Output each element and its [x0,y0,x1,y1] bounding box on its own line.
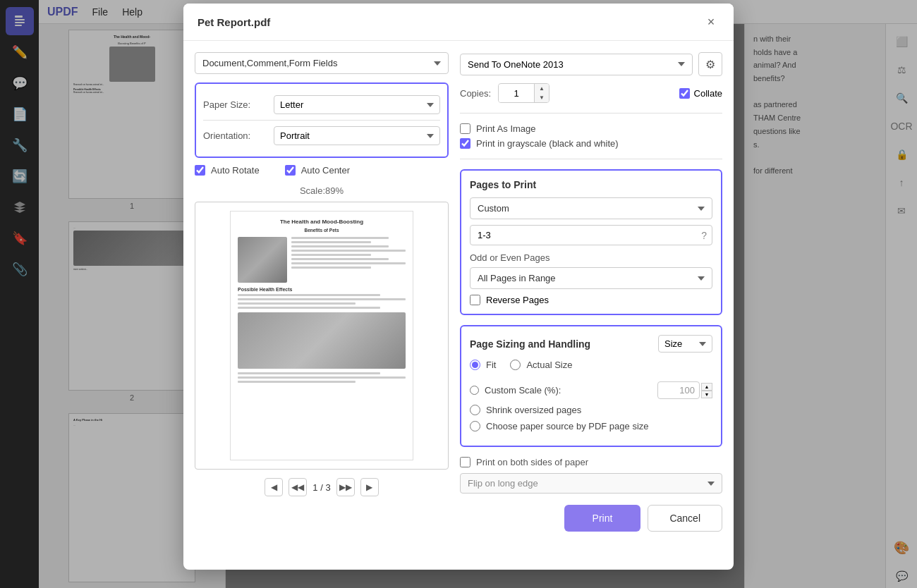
paper-size-select[interactable]: Letter A4 Legal [274,95,440,114]
preview-title: The Health and Mood-Boosting [238,219,406,225]
modal-overlay: Pet Report.pdf × Document,Comment,Form F… [0,0,917,588]
copies-label: Copies: [460,88,491,99]
orientation-label: Orientation: [203,130,274,141]
nav-first-button[interactable]: ◀ [265,478,283,496]
shrink-radio[interactable] [470,405,480,415]
copies-input[interactable] [499,85,534,102]
page-sizing-box: Page Sizing and Handling Size Fit Shrink… [460,325,722,447]
paper-size-label: Paper Size: [203,99,274,110]
auto-center-checkbox[interactable] [285,165,296,176]
copies-down-button[interactable]: ▼ [535,93,549,102]
divider-1 [460,113,722,114]
dialog-left-column: Document,Comment,Form Fields Document Do… [195,52,449,558]
copies-arrows: ▲ ▼ [534,84,549,102]
print-grayscale-label: Print in grayscale (black and white) [476,138,619,149]
choose-paper-radio[interactable] [470,421,480,431]
fit-radio[interactable] [470,360,480,370]
preview-body-lines [238,294,406,309]
sizing-select[interactable]: Size Fit Shrink Multiple [658,335,712,353]
page-navigation: ◀ ◀◀ 1 / 3 ▶▶ ▶ [195,478,449,496]
print-both-sides-label: Print on both sides of paper [476,457,588,467]
orientation-select[interactable]: Portrait Landscape [274,126,440,145]
custom-scale-radio[interactable] [470,386,479,395]
shrink-label: Shrink oversized pages [486,405,581,415]
nav-last-button[interactable]: ▶ [360,478,379,496]
divider-2 [460,159,722,159]
auto-rotate-label: Auto Rotate [211,165,260,176]
fit-label: Fit [486,360,496,370]
pages-custom-dropdown[interactable]: Custom All Pages Current Page Odd Pages … [470,197,712,219]
custom-scale-input[interactable] [657,381,700,399]
custom-scale-input-wrap: ▲ ▼ [657,381,712,399]
page-range-row: ? [470,225,712,245]
dialog-body: Document,Comment,Form Fields Document Do… [183,41,734,570]
collate-label: Collate [694,88,722,99]
print-as-image-checkbox[interactable] [460,123,470,134]
total-pages: 3 [325,482,330,493]
page-range-input[interactable] [470,225,712,245]
odd-even-label: Odd or Even Pages [470,252,712,263]
page-range-help-icon[interactable]: ? [701,230,707,241]
scale-label: Scale:89% [195,185,449,196]
reverse-pages-label: Reverse Pages [486,295,549,305]
auto-rotate-checkbox[interactable] [195,165,205,176]
preview-subtitle: Benefits of Pets [238,228,406,233]
dialog-footer: Print Cancel [460,505,722,534]
printer-select[interactable]: Send To OneNote 2013 Microsoft Print to … [460,54,693,75]
scale-arrows: ▲ ▼ [701,383,712,398]
page-indicator: 1 / 3 [312,482,330,493]
actual-size-label: Actual Size [526,360,572,370]
current-page: 1 [312,482,317,493]
cancel-button[interactable]: Cancel [648,505,722,532]
preview-dog-image [238,312,406,369]
preview-page: The Health and Mood-Boosting Benefits of… [230,211,413,460]
paper-size-row: Paper Size: Letter A4 Legal [203,91,440,118]
content-dropdown[interactable]: Document,Comment,Form Fields Document Do… [195,52,449,74]
copies-row: Copies: ▲ ▼ Collate [460,83,722,103]
preview-text-lines [291,237,406,283]
paper-section: Paper Size: Letter A4 Legal Orientation:… [195,82,449,158]
collate-wrap: Collate [679,88,722,99]
print-as-image-row: Print As Image [460,123,722,134]
print-as-image-label: Print As Image [476,123,536,134]
printer-settings-button[interactable]: ⚙ [698,52,722,76]
dialog-right-column: Send To OneNote 2013 Microsoft Print to … [460,52,722,558]
scale-down-button[interactable]: ▼ [701,391,712,398]
pages-to-print-box: Pages to Print Custom All Pages Current … [460,169,722,315]
pages-to-print-title: Pages to Print [470,179,712,190]
collate-checkbox[interactable] [679,88,690,99]
preview-container: The Health and Mood-Boosting Benefits of… [195,202,449,470]
actual-size-radio-row: Actual Size [510,360,572,370]
reverse-pages-row: Reverse Pages [470,295,712,305]
preview-body-lines-2 [238,372,406,383]
shrink-radio-row: Shrink oversized pages [470,405,712,415]
dialog-close-button[interactable]: × [703,13,719,30]
flip-edge-select[interactable]: Flip on long edge Flip on short edge [460,473,722,494]
print-both-sides-row: Print on both sides of paper [460,457,722,467]
auto-center-label: Auto Center [301,165,350,176]
odd-even-dropdown[interactable]: All Pages in Range Odd Pages Only Even P… [470,267,712,289]
copies-input-wrapper: ▲ ▼ [498,83,549,103]
print-grayscale-row: Print in grayscale (black and white) [460,138,722,149]
print-button[interactable]: Print [564,505,641,532]
preview-cat-image [238,237,287,283]
scale-up-button[interactable]: ▲ [701,383,712,391]
actual-size-radio[interactable] [510,360,521,370]
printer-row: Send To OneNote 2013 Microsoft Print to … [460,52,722,76]
print-grayscale-checkbox[interactable] [460,138,470,149]
print-dialog: Pet Report.pdf × Document,Comment,Form F… [183,4,734,570]
custom-scale-label: Custom Scale (%): [485,385,561,396]
dialog-title: Pet Report.pdf [198,16,270,28]
auto-rotate-row: Auto Rotate Auto Center [195,165,449,176]
print-both-sides-checkbox[interactable] [460,457,470,467]
nav-prev-button[interactable]: ◀◀ [289,478,307,496]
sizing-title: Page Sizing and Handling [470,338,590,350]
nav-next-button[interactable]: ▶▶ [336,478,355,496]
choose-paper-radio-row: Choose paper source by PDF page size [470,421,712,431]
copies-up-button[interactable]: ▲ [535,84,549,93]
custom-scale-row: Custom Scale (%): ▲ ▼ [470,381,712,399]
sizing-header: Page Sizing and Handling Size Fit Shrink… [470,335,712,353]
preview-image-row [238,237,406,283]
fit-radio-row: Fit [470,360,496,370]
reverse-pages-checkbox[interactable] [470,295,480,305]
